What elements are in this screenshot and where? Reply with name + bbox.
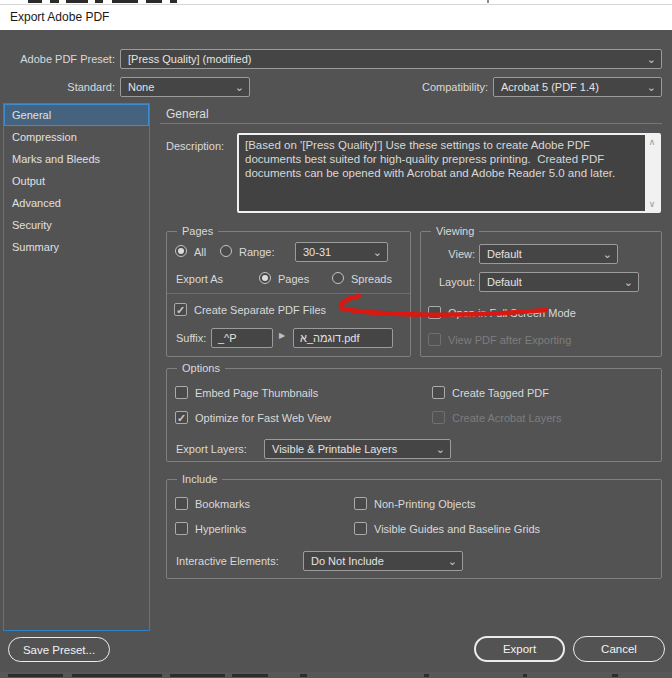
dialog-title-bar[interactable]: Export Adobe PDF xyxy=(0,4,672,30)
chevron-down-icon: ⌄ xyxy=(373,244,382,261)
hyperlinks-label: Hyperlinks xyxy=(195,523,246,535)
interactive-elements-value: Do Not Include xyxy=(311,555,384,567)
options-group: Options Embed Page Thumbnails Create Tag… xyxy=(166,368,662,462)
export-adobe-pdf-dialog: Adobe PDF Preset: [Press Quality] (modif… xyxy=(0,30,672,672)
sidebar-item-label: Summary xyxy=(12,241,59,253)
filename-preview-field: דוגמה_א.pdf xyxy=(293,328,393,348)
visible-guides-checkbox[interactable] xyxy=(354,522,367,535)
include-group-legend: Include xyxy=(177,473,222,485)
settings-section-list: General Compression Marks and Bleeds Out… xyxy=(3,103,150,631)
non-printing-objects-label: Non-Printing Objects xyxy=(374,498,476,510)
chevron-down-icon: ⌄ xyxy=(624,274,633,291)
sidebar-item-label: Security xyxy=(12,219,52,231)
pages-group: Pages All Range: 30-31 ⌄ Export As Pages… xyxy=(166,231,411,357)
pages-radio-label: Pages xyxy=(278,273,309,285)
sidebar-item-marks-and-bleeds[interactable]: Marks and Bleeds xyxy=(4,148,149,170)
compatibility-select[interactable]: Acrobat 5 (PDF 1.4) ⌄ xyxy=(493,77,662,97)
non-printing-objects-checkbox[interactable] xyxy=(354,497,367,510)
scroll-down-icon[interactable]: ∨ xyxy=(645,197,659,211)
spreads-radio[interactable] xyxy=(332,272,344,284)
suffix-label: Suffix: xyxy=(176,332,206,344)
options-group-legend: Options xyxy=(177,362,225,374)
description-text: [Based on '[Press Quality]'] Use these s… xyxy=(245,138,643,208)
suffix-input[interactable]: _^P xyxy=(211,328,273,348)
layout-select[interactable]: Default ⌄ xyxy=(479,272,639,292)
preset-value: [Press Quality] (modified) xyxy=(128,53,251,65)
standard-value: None xyxy=(128,81,154,93)
background-app-sliver-top xyxy=(0,0,672,4)
all-radio-label: All xyxy=(194,246,206,258)
save-preset-button[interactable]: Save Preset... xyxy=(8,637,110,662)
sidebar-item-advanced[interactable]: Advanced xyxy=(4,192,149,214)
optimize-fast-web-view-label: Optimize for Fast Web View xyxy=(195,412,331,424)
sidebar-item-compression[interactable]: Compression xyxy=(4,126,149,148)
pages-group-legend: Pages xyxy=(177,225,218,237)
include-group: Include Bookmarks Non-Printing Objects H… xyxy=(166,479,662,579)
all-radio[interactable] xyxy=(175,245,187,257)
range-value: 30-31 xyxy=(303,246,331,258)
dialog-title: Export Adobe PDF xyxy=(10,10,109,24)
sidebar-item-summary[interactable]: Summary xyxy=(4,236,149,258)
range-radio-label: Range: xyxy=(239,246,274,258)
description-scrollbar[interactable]: ∧ ∨ xyxy=(645,135,659,211)
view-label: View: xyxy=(429,248,475,260)
export-layers-value: Visible & Printable Layers xyxy=(272,443,397,455)
hyperlinks-checkbox[interactable] xyxy=(175,522,188,535)
spreads-radio-label: Spreads xyxy=(351,273,392,285)
open-full-screen-checkbox[interactable] xyxy=(428,306,441,319)
interactive-elements-select[interactable]: Do Not Include ⌄ xyxy=(303,551,463,571)
pages-group-divider xyxy=(167,293,410,294)
check-icon: ✓ xyxy=(177,412,186,424)
sidebar-item-label: Advanced xyxy=(12,197,61,209)
visible-guides-label: Visible Guides and Baseline Grids xyxy=(374,523,540,535)
bookmarks-label: Bookmarks xyxy=(195,498,250,510)
cancel-button[interactable]: Cancel xyxy=(573,636,665,662)
sidebar-item-general[interactable]: General xyxy=(4,104,149,126)
chevron-down-icon: ⌄ xyxy=(647,51,656,68)
export-button[interactable]: Export xyxy=(474,636,565,662)
check-icon: ✓ xyxy=(176,304,185,316)
bookmarks-checkbox[interactable] xyxy=(175,497,188,510)
create-separate-pdf-files-checkbox[interactable]: ✓ xyxy=(174,303,187,316)
create-acrobat-layers-label: Create Acrobat Layers xyxy=(452,412,561,424)
radio-dot xyxy=(178,248,184,254)
screenshot-root: Export Adobe PDF Adobe PDF Preset: [Pres… xyxy=(0,0,672,678)
sidebar-item-label: Marks and Bleeds xyxy=(12,153,100,165)
panel-heading: General xyxy=(166,107,209,121)
preset-select[interactable]: [Press Quality] (modified) ⌄ xyxy=(120,49,662,69)
optimize-fast-web-view-checkbox[interactable]: ✓ xyxy=(175,411,188,424)
background-app-sliver-bottom xyxy=(0,672,672,678)
create-tagged-pdf-label: Create Tagged PDF xyxy=(452,387,549,399)
sidebar-item-output[interactable]: Output xyxy=(4,170,149,192)
description-textarea[interactable]: [Based on '[Press Quality]'] Use these s… xyxy=(237,133,661,213)
create-separate-pdf-files-label: Create Separate PDF Files xyxy=(194,304,326,316)
heading-divider xyxy=(160,123,662,124)
pages-radio[interactable] xyxy=(259,272,271,284)
range-radio[interactable] xyxy=(220,245,232,257)
range-select[interactable]: 30-31 ⌄ xyxy=(295,242,388,262)
chevron-down-icon: ⌄ xyxy=(235,79,244,96)
compatibility-label: Compatibility: xyxy=(398,81,488,93)
compatibility-value: Acrobat 5 (PDF 1.4) xyxy=(501,81,599,93)
view-pdf-after-exporting-checkbox xyxy=(428,333,441,346)
standard-select[interactable]: None ⌄ xyxy=(120,77,250,97)
create-tagged-pdf-checkbox[interactable] xyxy=(432,386,445,399)
create-acrobat-layers-checkbox xyxy=(432,411,445,424)
view-value: Default xyxy=(487,248,522,260)
standard-label: Standard: xyxy=(5,81,115,93)
sidebar-item-label: Output xyxy=(12,175,45,187)
chevron-down-icon: ⌄ xyxy=(436,441,445,458)
layout-value: Default xyxy=(487,276,522,288)
description-label: Description: xyxy=(166,140,224,152)
export-as-label: Export As xyxy=(176,273,223,285)
scroll-up-icon[interactable]: ∧ xyxy=(645,135,659,149)
preset-label: Adobe PDF Preset: xyxy=(5,53,115,65)
interactive-elements-label: Interactive Elements: xyxy=(176,555,279,567)
view-select[interactable]: Default ⌄ xyxy=(479,244,618,264)
export-layers-label: Export Layers: xyxy=(176,443,247,455)
triangle-right-icon: ▶ xyxy=(279,331,285,340)
sidebar-item-security[interactable]: Security xyxy=(4,214,149,236)
radio-dot xyxy=(262,275,268,281)
export-layers-select[interactable]: Visible & Printable Layers ⌄ xyxy=(264,439,451,459)
embed-page-thumbnails-checkbox[interactable] xyxy=(175,386,188,399)
